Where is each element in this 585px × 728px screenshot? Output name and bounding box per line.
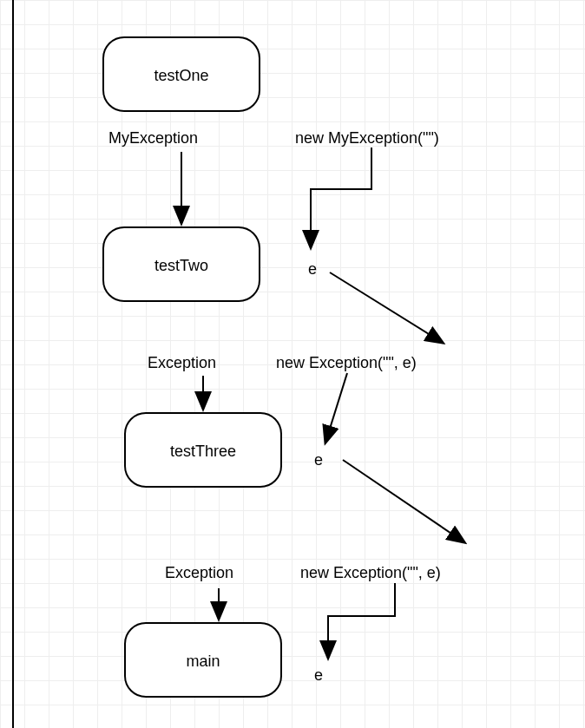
label-new-exception-2: new Exception("", e) [300, 564, 441, 582]
arrow-newException-to-testThree [325, 373, 347, 443]
node-testOne: testOne [103, 37, 260, 111]
node-testTwo: testTwo [103, 227, 260, 301]
node-testThree-label: testThree [170, 443, 236, 460]
arrow-newException-to-main [328, 583, 395, 658]
label-e-3: e [314, 666, 323, 685]
label-e-1: e [308, 260, 317, 279]
label-myexception: MyException [108, 129, 198, 148]
arrow-newMyException-to-testTwo [311, 148, 371, 247]
node-main: main [125, 623, 281, 697]
node-testOne-label: testOne [154, 67, 208, 84]
node-testThree: testThree [125, 413, 281, 487]
node-main-label: main [186, 653, 220, 670]
label-exception-1: Exception [148, 354, 216, 372]
node-testTwo-label: testTwo [154, 257, 208, 274]
diagram-canvas: testOne testTwo testThree main [0, 0, 585, 728]
label-new-exception-1: new Exception("", e) [276, 354, 417, 372]
label-new-myexception: new MyException("") [295, 129, 439, 148]
arrow-e-1 [330, 272, 443, 343]
label-exception-2: Exception [165, 564, 233, 582]
label-e-2: e [314, 451, 323, 469]
arrow-e-2 [343, 460, 464, 542]
